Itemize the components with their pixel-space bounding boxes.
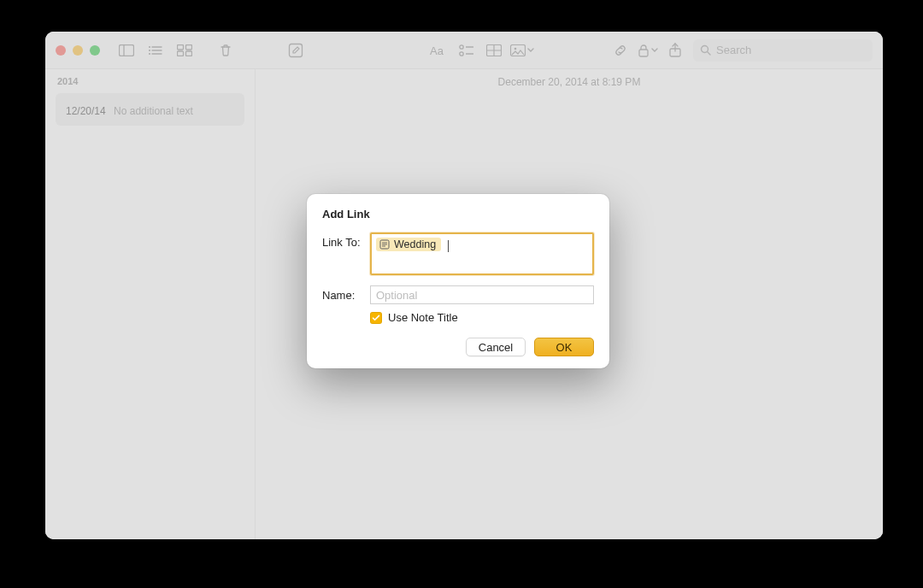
app-window: Aa [45,32,883,539]
note-icon [379,239,390,250]
cancel-button[interactable]: Cancel [466,338,526,356]
ok-button-label: OK [556,341,573,354]
linkto-label: Link To: [322,232,370,249]
checkmark-icon [372,314,380,322]
ok-button[interactable]: OK [534,338,594,356]
use-note-title-checkbox[interactable] [370,312,382,324]
linkto-field[interactable]: Wedding [370,232,594,275]
dialog-title: Add Link [322,208,594,220]
note-token[interactable]: Wedding [376,238,441,251]
add-link-dialog: Add Link Link To: Wedding Name: [307,194,609,368]
token-label: Wedding [394,238,436,250]
cancel-button-label: Cancel [479,341,513,354]
name-input[interactable] [370,285,594,304]
use-note-title-label: Use Note Title [388,311,458,324]
text-caret [448,240,449,252]
name-label: Name: [322,285,370,302]
